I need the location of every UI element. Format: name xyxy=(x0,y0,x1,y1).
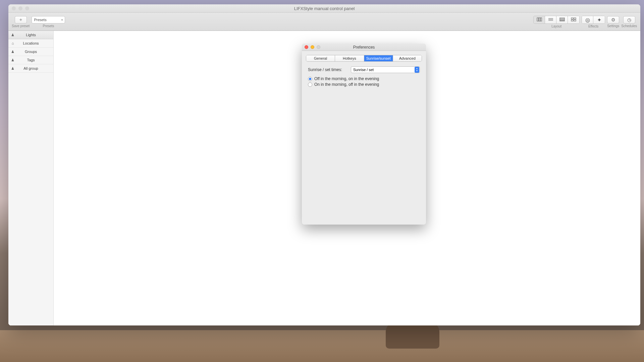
bulb-icon: ♟ xyxy=(10,66,15,71)
tab-advanced[interactable]: Advanced xyxy=(393,55,422,61)
svg-rect-0 xyxy=(537,18,538,21)
bulb-icon: ♟ xyxy=(10,58,15,62)
svg-rect-6 xyxy=(560,18,565,19)
schedules-group: ◷ Schedules xyxy=(621,16,637,28)
modal-minimize-button[interactable] xyxy=(311,45,314,49)
bulb-icon: ♟ xyxy=(10,49,15,54)
preferences-body: Sunrise / set times: Sunrise / set ▲ ▼ O… xyxy=(302,65,426,89)
effects-button[interactable]: ◎ xyxy=(582,16,593,23)
layout-rows-button[interactable] xyxy=(556,16,568,23)
sunrise-set-label: Sunrise / set times: xyxy=(308,67,347,72)
sunrise-set-select[interactable]: Sunrise / set ▲ ▼ xyxy=(351,66,420,73)
presets-select-value: Presets xyxy=(34,18,46,22)
main-minimize-button[interactable] xyxy=(18,6,22,10)
main-window-title: LIFXStyle manual control panel xyxy=(294,6,355,11)
home-icon: ⌂ xyxy=(10,41,15,46)
preferences-tabbar: General Hotkeys Sunrise/sunset Advanced xyxy=(306,55,422,62)
save-preset-label: Save preset xyxy=(12,24,30,28)
desktop-horizon xyxy=(0,330,644,362)
spiral-icon: ◎ xyxy=(585,17,590,23)
chevron-down-icon: ▾ xyxy=(61,18,63,21)
sidebar-item-label: Lights xyxy=(26,33,36,37)
main-toolbar: ＋ Save preset Presets ▾ Presets xyxy=(8,13,640,31)
main-maximize-button[interactable] xyxy=(25,6,29,10)
svg-rect-11 xyxy=(571,20,573,21)
chevron-up-icon: ▲ xyxy=(416,67,418,70)
layout-group: Layout xyxy=(533,16,580,28)
sliders-icon: ⚙ xyxy=(611,17,615,22)
presets-select[interactable]: Presets ▾ xyxy=(32,16,65,23)
layout-segmented xyxy=(533,16,580,24)
modal-title: Preferences xyxy=(353,45,375,50)
sidebar-item-all-group[interactable]: ♟ All group xyxy=(8,64,53,73)
schedules-label: Schedules xyxy=(621,24,637,28)
layout-grid-button[interactable] xyxy=(568,16,579,23)
svg-rect-9 xyxy=(571,18,573,19)
chevron-down-icon: ▼ xyxy=(416,70,418,72)
sidebar-item-label: Locations xyxy=(23,41,39,45)
sidebar-item-lights[interactable]: ♟ Lights xyxy=(8,31,53,39)
svg-rect-10 xyxy=(574,18,576,19)
desktop-rock xyxy=(386,322,439,349)
sparkle-icon: ✦ xyxy=(597,17,601,23)
effects-segmented: ◎ ✦ xyxy=(582,16,605,24)
plus-icon: ＋ xyxy=(18,17,23,23)
clock-icon: ◷ xyxy=(627,17,631,22)
sidebar-item-label: All group xyxy=(23,66,38,70)
modal-close-button[interactable] xyxy=(305,45,308,49)
radio-button[interactable] xyxy=(308,77,312,81)
sidebar: ♟ Lights ⌂ Locations ♟ Groups ♟ Tags ♟ A… xyxy=(8,31,54,325)
columns-icon xyxy=(537,17,542,23)
preferences-modal: Preferences General Hotkeys Sunrise/suns… xyxy=(302,44,426,225)
radio-button[interactable] xyxy=(308,82,312,87)
sunrise-set-select-value: Sunrise / set xyxy=(353,68,374,72)
sidebar-item-locations[interactable]: ⌂ Locations xyxy=(8,39,53,48)
presets-label: Presets xyxy=(43,24,54,28)
modal-titlebar: Preferences xyxy=(302,44,426,51)
layout-list-button[interactable] xyxy=(545,16,556,23)
sidebar-item-label: Tags xyxy=(27,58,35,62)
svg-rect-7 xyxy=(560,19,565,20)
schedules-button[interactable]: ◷ xyxy=(623,16,635,23)
main-titlebar: LIFXStyle manual control panel xyxy=(8,4,640,13)
settings-button[interactable]: ⚙ xyxy=(607,16,619,23)
tab-sunrise-sunset[interactable]: Sunrise/sunset xyxy=(364,55,393,61)
svg-rect-8 xyxy=(560,20,565,21)
main-close-button[interactable] xyxy=(12,6,16,10)
sidebar-item-tags[interactable]: ♟ Tags xyxy=(8,56,53,64)
save-preset-button[interactable]: ＋ xyxy=(15,16,27,23)
radio-on-morning[interactable]: On in the morning, off in the evening xyxy=(308,82,420,87)
modal-maximize-button[interactable] xyxy=(317,45,320,49)
select-stepper[interactable]: ▲ ▼ xyxy=(415,67,419,73)
radio-off-morning[interactable]: Off in the morning, on in the evening xyxy=(308,76,420,81)
sidebar-item-label: Groups xyxy=(25,50,37,54)
layout-columns-button[interactable] xyxy=(534,16,545,23)
effects-button-2[interactable]: ✦ xyxy=(593,16,605,23)
svg-rect-2 xyxy=(540,18,542,21)
effects-group: ◎ ✦ Effects xyxy=(582,16,605,28)
main-traffic-lights xyxy=(12,6,29,10)
sunrise-set-row: Sunrise / set times: Sunrise / set ▲ ▼ xyxy=(308,66,420,73)
svg-rect-1 xyxy=(539,18,540,21)
save-preset-group: ＋ Save preset xyxy=(12,16,30,28)
settings-label: Settings xyxy=(607,24,619,28)
effects-label: Effects xyxy=(588,24,598,28)
modal-traffic-lights xyxy=(305,45,320,49)
bulb-icon: ♟ xyxy=(10,33,15,37)
list-icon xyxy=(548,17,553,23)
tab-hotkeys[interactable]: Hotkeys xyxy=(335,55,364,61)
radio-label: Off in the morning, on in the evening xyxy=(314,76,379,81)
presets-group: Presets ▾ Presets xyxy=(32,16,65,28)
grid-icon xyxy=(571,17,576,23)
layout-label: Layout xyxy=(551,24,561,28)
rows-icon xyxy=(559,17,565,23)
sidebar-item-groups[interactable]: ♟ Groups xyxy=(8,48,53,56)
svg-rect-12 xyxy=(574,20,576,21)
tab-general[interactable]: General xyxy=(306,55,335,61)
settings-group: ⚙ Settings xyxy=(607,16,619,28)
radio-label: On in the morning, off in the evening xyxy=(314,82,379,87)
